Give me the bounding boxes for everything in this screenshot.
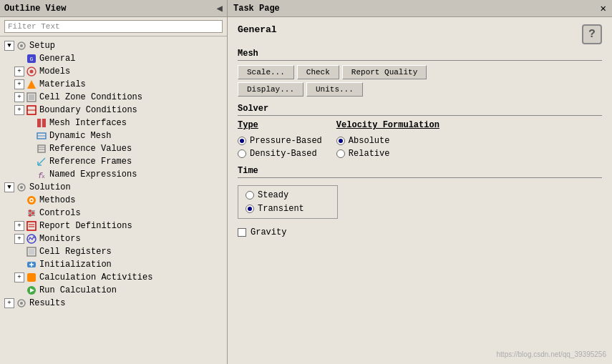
tree-item-materials[interactable]: + Materials xyxy=(13,78,227,91)
mesh-group: Mesh Scale... Check Report Quality Displ… xyxy=(238,49,602,97)
tree-item-cell-zone[interactable]: + Cell Zone Conditions xyxy=(13,91,227,104)
tree-item-calc[interactable]: + Calculation Activities xyxy=(13,271,227,284)
solver-type-title: Type xyxy=(238,120,322,130)
density-based-circle xyxy=(238,149,246,158)
tree-item-ref-frames[interactable]: Reference Frames xyxy=(23,155,227,168)
calc-expand[interactable]: + xyxy=(14,272,24,282)
monitors-expand[interactable]: + xyxy=(14,234,24,244)
controls-icon xyxy=(26,207,37,219)
tree-item-dynamic-mesh[interactable]: Dynamic Mesh xyxy=(23,129,227,142)
svg-text:x: x xyxy=(42,173,45,179)
tree-item-monitors[interactable]: + Monitors xyxy=(13,232,227,245)
tree-item-cell-reg[interactable]: Cell Registers xyxy=(13,245,227,258)
solution-group[interactable]: ▼ Solution xyxy=(3,181,227,194)
solution-icon xyxy=(16,182,27,193)
task-content: General ? Mesh Scale... Check Report Qua… xyxy=(228,17,612,364)
setup-expand[interactable]: ▼ xyxy=(4,41,14,51)
tree-item-models[interactable]: + Models xyxy=(13,65,227,78)
tree-item-controls[interactable]: Controls xyxy=(13,207,227,220)
tree-item-init[interactable]: Initialization xyxy=(13,258,227,271)
boundary-expand[interactable]: + xyxy=(14,105,24,115)
svg-point-31 xyxy=(29,210,31,212)
filter-input[interactable] xyxy=(4,20,223,33)
no-expand xyxy=(14,54,24,64)
dynamic-mesh-icon xyxy=(36,130,47,142)
check-button[interactable]: Check xyxy=(297,65,339,79)
no-expand3 xyxy=(24,131,34,141)
cell-zone-icon xyxy=(26,92,37,103)
gravity-checkbox[interactable] xyxy=(238,228,246,237)
controls-label: Controls xyxy=(39,208,81,218)
tree-item-ref-vals[interactable]: Reference Values xyxy=(23,142,227,155)
display-button[interactable]: Display... xyxy=(238,82,303,97)
calc-icon xyxy=(26,272,37,283)
run-label: Run Calculation xyxy=(39,285,117,295)
boundary-icon xyxy=(26,104,37,116)
svg-point-27 xyxy=(31,200,33,202)
relative-radio[interactable]: Relative xyxy=(336,149,439,159)
solver-group: Solver Type Pressure-Based Density-Based xyxy=(238,104,602,159)
tree-item-named[interactable]: fx Named Expressions xyxy=(23,168,227,181)
solver-type-col: Type Pressure-Based Density-Based xyxy=(238,120,322,159)
tree-item-mesh-if[interactable]: Mesh Interfaces xyxy=(23,117,227,129)
steady-radio[interactable]: Steady xyxy=(246,190,330,200)
results-expand[interactable]: + xyxy=(4,298,14,308)
steady-label: Steady xyxy=(258,190,288,200)
models-expand[interactable]: + xyxy=(14,67,24,77)
cell-reg-label: Cell Registers xyxy=(39,247,112,257)
scale-button[interactable]: Scale... xyxy=(238,65,294,79)
no-expand10 xyxy=(14,260,24,270)
init-label: Initialization xyxy=(39,260,112,270)
tree-item-methods[interactable]: Methods xyxy=(13,194,227,207)
report-quality-button[interactable]: Report Quality xyxy=(342,65,427,79)
materials-expand[interactable]: + xyxy=(14,79,24,89)
methods-icon xyxy=(26,195,37,206)
pressure-based-circle xyxy=(238,137,246,145)
cellzone-expand[interactable]: + xyxy=(14,92,24,102)
boundary-label: Boundary Conditions xyxy=(39,105,137,115)
tree-item-run[interactable]: Run Calculation xyxy=(13,284,227,297)
no-expand5 xyxy=(24,157,34,167)
help-button[interactable]: ? xyxy=(582,24,602,44)
dynamic-mesh-label: Dynamic Mesh xyxy=(49,131,111,141)
cell-zone-label: Cell Zone Conditions xyxy=(39,92,142,102)
watermark: https://blog.csdn.net/qq_39395256 xyxy=(497,350,606,358)
ref-vals-label: Reference Values xyxy=(49,144,132,154)
collapse-arrow[interactable]: ◀ xyxy=(217,2,223,14)
svg-point-24 xyxy=(20,186,23,189)
density-based-radio[interactable]: Density-Based xyxy=(238,149,322,159)
report-expand[interactable]: + xyxy=(14,221,24,231)
transient-label: Transient xyxy=(258,204,304,214)
svg-rect-34 xyxy=(27,222,36,230)
outline-view-title: Outline View xyxy=(4,4,66,14)
solution-expand[interactable]: ▼ xyxy=(4,182,14,192)
setup-group[interactable]: ▼ Setup xyxy=(3,39,227,52)
named-label: Named Expressions xyxy=(49,169,137,179)
ref-vals-icon xyxy=(36,143,47,154)
tree-item-report-def[interactable]: + Report Definitions xyxy=(13,220,227,232)
calc-label: Calculation Activities xyxy=(39,272,152,282)
filter-box xyxy=(0,17,227,36)
transient-radio[interactable]: Transient xyxy=(246,204,330,214)
gravity-section: Gravity xyxy=(238,227,602,237)
no-expand2 xyxy=(24,118,34,128)
results-group[interactable]: + Results xyxy=(3,297,227,310)
general-icon: G xyxy=(26,53,37,64)
task-close-button[interactable]: ✕ xyxy=(601,2,606,14)
cell-reg-icon xyxy=(26,246,37,257)
report-def-label: Report Definitions xyxy=(39,221,132,231)
units-button[interactable]: Units... xyxy=(306,82,363,97)
tree-item-boundary[interactable]: + Boundary Conditions xyxy=(13,104,227,117)
monitors-label: Monitors xyxy=(39,234,81,244)
ref-frames-label: Reference Frames xyxy=(49,157,132,167)
solver-label: Solver xyxy=(238,104,602,116)
svg-point-33 xyxy=(29,214,31,217)
methods-label: Methods xyxy=(39,195,75,205)
setup-icon xyxy=(16,40,27,51)
outline-tree: ▼ Setup G General + Models + xyxy=(0,36,227,364)
tree-item-general[interactable]: G General xyxy=(13,52,227,65)
solver-columns: Type Pressure-Based Density-Based Veloci xyxy=(238,120,602,159)
task-page-panel: Task Page ✕ General ? Mesh Scale... Chec… xyxy=(228,0,612,364)
pressure-based-radio[interactable]: Pressure-Based xyxy=(238,136,322,146)
absolute-radio[interactable]: Absolute xyxy=(336,136,439,146)
